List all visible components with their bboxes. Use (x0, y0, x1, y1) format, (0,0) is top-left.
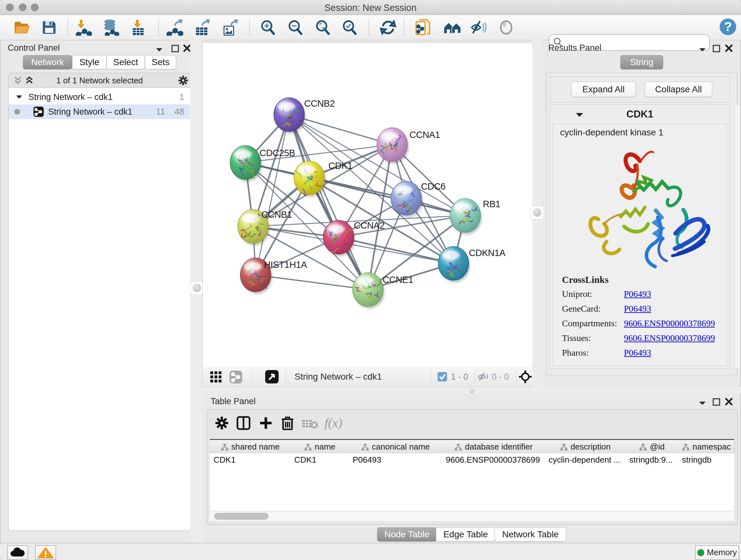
crosslink-link-1[interactable]: P06493 (624, 304, 651, 314)
show-columns-icon[interactable] (237, 416, 251, 430)
edge-CCNA2-CDKN1A[interactable] (339, 237, 454, 263)
table-scrollbar-thumb[interactable] (214, 513, 268, 520)
panel-menu-caret-icon[interactable] (698, 400, 706, 406)
share-document-icon[interactable] (415, 19, 431, 36)
node-CDC6[interactable] (391, 181, 423, 217)
crosslink-link-4[interactable]: P06493 (624, 348, 651, 358)
export-network-icon[interactable] (166, 19, 183, 36)
refresh-icon[interactable] (380, 19, 396, 36)
save-session-icon[interactable] (41, 19, 57, 36)
expand-all-button[interactable]: Expand All (571, 82, 636, 97)
column-header-1[interactable]: name (290, 440, 349, 453)
zoom-out-icon[interactable] (286, 19, 303, 36)
protein-structure-image (560, 143, 720, 271)
panel-float-icon[interactable] (712, 398, 721, 406)
selected-checkbox-icon[interactable] (437, 372, 447, 381)
tab-network[interactable]: Network (23, 55, 72, 69)
zoom-in-icon[interactable] (259, 19, 276, 36)
zoom-fit-icon[interactable] (314, 19, 331, 36)
left-splitter-grip[interactable] (190, 281, 204, 295)
edge-HIST1H1A-CCNE1[interactable] (256, 275, 368, 290)
node-CCNB2[interactable] (274, 98, 306, 134)
network-share-icon[interactable] (229, 371, 242, 383)
right-splitter[interactable] (532, 40, 542, 393)
crosslink-link-0[interactable]: P06493 (624, 289, 651, 299)
tree-expand-caret-icon[interactable] (16, 95, 23, 99)
panel-close-icon[interactable] (725, 398, 733, 406)
tab-select[interactable]: Select (107, 55, 145, 69)
tab-edge-table[interactable]: Edge Table (436, 527, 495, 542)
tab-style[interactable]: Style (72, 55, 107, 69)
column-header-4[interactable]: description (545, 440, 626, 453)
import-network-database-icon[interactable] (102, 19, 118, 36)
tab-sets[interactable]: Sets (145, 55, 176, 69)
network-list-toolbar: 1 of 1 Network selected (8, 73, 191, 88)
panel-float-icon[interactable] (712, 44, 721, 53)
network-collection-row[interactable]: String Network – cdk1 1 (9, 90, 190, 105)
node-label-CDK1: CDK1 (328, 161, 352, 171)
crosslink-link-2[interactable]: 9606.ENSP00000378699 (624, 318, 715, 328)
panel-float-icon[interactable] (171, 44, 179, 53)
node-CDKN1A[interactable] (438, 246, 470, 283)
tab-string[interactable]: String (620, 55, 663, 69)
panel-menu-caret-icon[interactable] (698, 47, 706, 52)
fit-selection-crosshair-icon[interactable] (519, 370, 532, 383)
node-CDC25B[interactable] (230, 145, 262, 182)
delete-table-icon[interactable] (302, 419, 319, 429)
node-label-CDKN1A: CDKN1A (469, 248, 506, 258)
edge-CCNB2-HIST1H1A[interactable] (256, 115, 289, 275)
zoom-selected-icon[interactable] (341, 19, 357, 36)
crosslink-link-3[interactable]: 9606.ENSP00000378699 (624, 333, 715, 343)
table-cell-r0c4[interactable]: cyclin-dependent ... (545, 453, 625, 466)
table-cell-r0c0[interactable]: CDK1 (210, 453, 290, 466)
column-header-6[interactable]: namespac (678, 440, 735, 453)
birdseye-view-icon[interactable] (265, 370, 279, 383)
home-icon[interactable] (443, 19, 460, 36)
tab-network-table[interactable]: Network Table (495, 527, 566, 542)
panel-close-icon[interactable] (183, 44, 191, 52)
add-column-icon[interactable] (259, 416, 273, 430)
crosslink-label-4: Pharos: (562, 348, 589, 358)
import-network-icon[interactable] (75, 19, 91, 36)
collapse-all-button[interactable]: Collapse All (645, 82, 712, 97)
node-CCNE1[interactable] (353, 273, 385, 309)
table-cell-r0c2[interactable]: P06493 (349, 453, 442, 466)
node-CDK1[interactable] (294, 161, 326, 197)
table-horizontal-scrollbar[interactable] (210, 511, 734, 521)
node-RB1[interactable] (450, 199, 482, 235)
column-header-0[interactable]: shared name (210, 440, 291, 453)
right-splitter-grip[interactable] (530, 206, 544, 219)
column-header-3[interactable]: database identifier (442, 440, 545, 453)
export-table-icon[interactable] (193, 19, 210, 36)
left-splitter[interactable] (190, 40, 202, 543)
import-table-icon[interactable] (130, 19, 146, 36)
open-session-icon[interactable] (13, 19, 30, 36)
table-cell-r0c6[interactable]: stringdb (678, 453, 734, 466)
grid-view-icon[interactable] (210, 371, 222, 383)
export-image-icon[interactable] (221, 19, 238, 36)
panel-menu-caret-icon[interactable] (155, 47, 163, 52)
network-row-selected[interactable]: String Network – cdk1 11 48 (9, 105, 190, 119)
node-CCNA1[interactable] (377, 128, 409, 164)
table-cell-r0c5[interactable]: stringdb:9... (625, 453, 678, 466)
results-scrollbar[interactable] (735, 105, 740, 368)
help-icon[interactable]: ? (719, 17, 735, 34)
network-canvas[interactable]: CCNB2CCNA1CDC25BCDK1CDC6RB1CCNB1CCNA2CDK… (202, 43, 533, 367)
table-cell-r0c1[interactable]: CDK1 (290, 453, 349, 466)
column-header-2[interactable]: canonical name (349, 440, 442, 453)
column-header-5[interactable]: @id (625, 440, 678, 453)
panel-close-icon[interactable] (725, 44, 733, 52)
node-table[interactable]: shared namenamecanonical namedatabase id… (210, 439, 734, 511)
bottom-splitter-grip[interactable] (469, 388, 474, 393)
warning-button[interactable] (35, 545, 56, 560)
network-options-gear-icon[interactable] (179, 76, 188, 85)
delete-column-icon[interactable] (281, 415, 294, 430)
cloud-button[interactable] (7, 545, 28, 560)
tab-node-table[interactable]: Node Table (377, 527, 436, 542)
node-CCNA2[interactable] (323, 220, 355, 256)
table-cell-r0c3[interactable]: 9606.ENSP00000378699 (442, 453, 545, 466)
table-settings-gear-icon[interactable] (215, 417, 228, 429)
hide-selection-icon[interactable] (470, 19, 486, 36)
memory-button[interactable]: Memory (695, 545, 739, 560)
show-selection-icon[interactable] (498, 19, 515, 36)
